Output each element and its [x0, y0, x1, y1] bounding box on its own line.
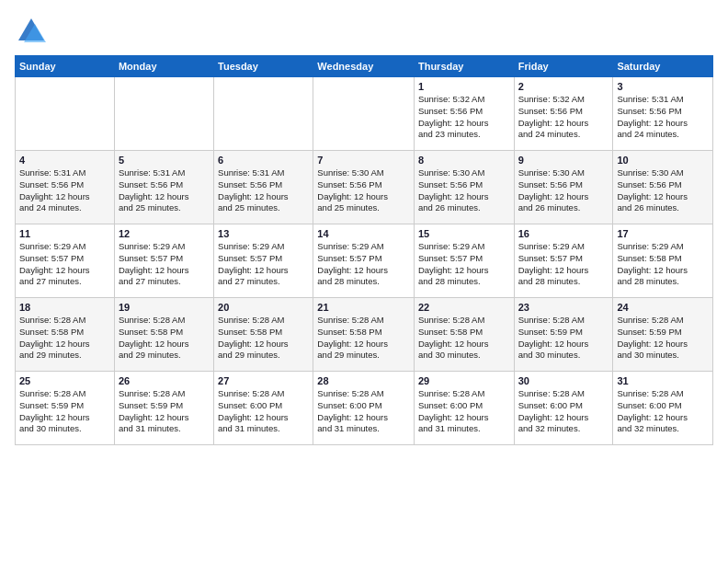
- calendar-day-15: 15Sunrise: 5:29 AM Sunset: 5:57 PM Dayli…: [414, 224, 514, 298]
- day-number: 27: [218, 375, 309, 386]
- calendar-day-4: 4Sunrise: 5:31 AM Sunset: 5:56 PM Daylig…: [16, 151, 115, 224]
- calendar-day-6: 6Sunrise: 5:31 AM Sunset: 5:56 PM Daylig…: [214, 151, 313, 224]
- calendar-day-29: 29Sunrise: 5:28 AM Sunset: 6:00 PM Dayli…: [414, 372, 514, 445]
- day-number: 22: [418, 302, 510, 313]
- day-number: 28: [317, 375, 410, 386]
- day-number: 10: [617, 155, 709, 166]
- day-header-thursday: Thursday: [414, 56, 514, 77]
- day-header-friday: Friday: [514, 56, 613, 77]
- day-number: 21: [317, 302, 410, 313]
- day-number: 15: [418, 228, 510, 239]
- calendar-day-17: 17Sunrise: 5:29 AM Sunset: 5:58 PM Dayli…: [613, 224, 713, 298]
- day-info: Sunrise: 5:30 AM Sunset: 5:56 PM Dayligh…: [418, 167, 510, 214]
- calendar-week-row: 25Sunrise: 5:28 AM Sunset: 5:59 PM Dayli…: [16, 372, 713, 445]
- day-number: 9: [518, 155, 609, 166]
- day-number: 25: [19, 375, 110, 386]
- day-info: Sunrise: 5:31 AM Sunset: 5:56 PM Dayligh…: [617, 94, 709, 141]
- day-info: Sunrise: 5:28 AM Sunset: 5:58 PM Dayligh…: [418, 315, 510, 362]
- calendar-day-20: 20Sunrise: 5:28 AM Sunset: 5:58 PM Dayli…: [214, 298, 313, 372]
- day-info: Sunrise: 5:31 AM Sunset: 5:56 PM Dayligh…: [218, 167, 309, 214]
- day-number: 18: [19, 302, 110, 313]
- day-info: Sunrise: 5:29 AM Sunset: 5:57 PM Dayligh…: [218, 241, 309, 288]
- logo: [15, 15, 51, 48]
- day-header-monday: Monday: [114, 56, 213, 77]
- day-info: Sunrise: 5:28 AM Sunset: 6:00 PM Dayligh…: [317, 388, 410, 435]
- calendar-week-row: 1Sunrise: 5:32 AM Sunset: 5:56 PM Daylig…: [16, 77, 713, 151]
- day-number: 7: [317, 155, 410, 166]
- day-info: Sunrise: 5:28 AM Sunset: 6:00 PM Dayligh…: [218, 388, 309, 435]
- day-number: 2: [518, 81, 609, 92]
- day-number: 5: [119, 155, 210, 166]
- day-info: Sunrise: 5:28 AM Sunset: 5:59 PM Dayligh…: [518, 315, 609, 362]
- calendar-day-23: 23Sunrise: 5:28 AM Sunset: 5:59 PM Dayli…: [514, 298, 613, 372]
- calendar-day-10: 10Sunrise: 5:30 AM Sunset: 5:56 PM Dayli…: [613, 151, 713, 224]
- calendar-day-27: 27Sunrise: 5:28 AM Sunset: 6:00 PM Dayli…: [214, 372, 313, 445]
- calendar-day-18: 18Sunrise: 5:28 AM Sunset: 5:58 PM Dayli…: [16, 298, 115, 372]
- day-number: 13: [218, 228, 309, 239]
- calendar-day-2: 2Sunrise: 5:32 AM Sunset: 5:56 PM Daylig…: [514, 77, 613, 151]
- day-number: 8: [418, 155, 510, 166]
- day-info: Sunrise: 5:30 AM Sunset: 5:56 PM Dayligh…: [317, 167, 410, 214]
- day-info: Sunrise: 5:30 AM Sunset: 5:56 PM Dayligh…: [617, 167, 709, 214]
- logo-icon: [15, 15, 48, 48]
- day-number: 17: [617, 228, 709, 239]
- day-number: 12: [119, 228, 210, 239]
- day-info: Sunrise: 5:32 AM Sunset: 5:56 PM Dayligh…: [418, 94, 510, 141]
- day-number: 26: [119, 375, 210, 386]
- day-info: Sunrise: 5:28 AM Sunset: 6:00 PM Dayligh…: [418, 388, 510, 435]
- calendar-day-13: 13Sunrise: 5:29 AM Sunset: 5:57 PM Dayli…: [214, 224, 313, 298]
- day-info: Sunrise: 5:31 AM Sunset: 5:56 PM Dayligh…: [19, 167, 110, 214]
- day-info: Sunrise: 5:28 AM Sunset: 6:00 PM Dayligh…: [518, 388, 609, 435]
- day-number: 6: [218, 155, 309, 166]
- day-header-sunday: Sunday: [16, 56, 115, 77]
- day-info: Sunrise: 5:32 AM Sunset: 5:56 PM Dayligh…: [518, 94, 609, 141]
- calendar-day-31: 31Sunrise: 5:28 AM Sunset: 6:00 PM Dayli…: [613, 372, 713, 445]
- calendar-day-3: 3Sunrise: 5:31 AM Sunset: 5:56 PM Daylig…: [613, 77, 713, 151]
- day-number: 24: [617, 302, 709, 313]
- calendar-day-1: 1Sunrise: 5:32 AM Sunset: 5:56 PM Daylig…: [414, 77, 514, 151]
- calendar-header-row: SundayMondayTuesdayWednesdayThursdayFrid…: [16, 56, 713, 77]
- day-header-saturday: Saturday: [613, 56, 713, 77]
- calendar-empty-cell: [214, 77, 313, 151]
- calendar-day-8: 8Sunrise: 5:30 AM Sunset: 5:56 PM Daylig…: [414, 151, 514, 224]
- day-header-tuesday: Tuesday: [214, 56, 313, 77]
- day-info: Sunrise: 5:30 AM Sunset: 5:56 PM Dayligh…: [518, 167, 609, 214]
- page-header: [15, 15, 713, 48]
- day-number: 16: [518, 228, 609, 239]
- calendar-day-12: 12Sunrise: 5:29 AM Sunset: 5:57 PM Dayli…: [114, 224, 213, 298]
- day-info: Sunrise: 5:28 AM Sunset: 6:00 PM Dayligh…: [617, 388, 709, 435]
- day-info: Sunrise: 5:29 AM Sunset: 5:57 PM Dayligh…: [518, 241, 609, 288]
- day-number: 29: [418, 375, 510, 386]
- day-number: 30: [518, 375, 609, 386]
- day-info: Sunrise: 5:28 AM Sunset: 5:58 PM Dayligh…: [218, 315, 309, 362]
- calendar-day-24: 24Sunrise: 5:28 AM Sunset: 5:59 PM Dayli…: [613, 298, 713, 372]
- day-number: 11: [19, 228, 110, 239]
- day-info: Sunrise: 5:28 AM Sunset: 5:59 PM Dayligh…: [119, 388, 210, 435]
- calendar-day-14: 14Sunrise: 5:29 AM Sunset: 5:57 PM Dayli…: [313, 224, 415, 298]
- day-info: Sunrise: 5:29 AM Sunset: 5:57 PM Dayligh…: [418, 241, 510, 288]
- day-info: Sunrise: 5:28 AM Sunset: 5:58 PM Dayligh…: [119, 315, 210, 362]
- day-info: Sunrise: 5:31 AM Sunset: 5:56 PM Dayligh…: [119, 167, 210, 214]
- calendar-day-9: 9Sunrise: 5:30 AM Sunset: 5:56 PM Daylig…: [514, 151, 613, 224]
- day-number: 1: [418, 81, 510, 92]
- calendar-day-21: 21Sunrise: 5:28 AM Sunset: 5:58 PM Dayli…: [313, 298, 415, 372]
- calendar-day-25: 25Sunrise: 5:28 AM Sunset: 5:59 PM Dayli…: [16, 372, 115, 445]
- day-number: 23: [518, 302, 609, 313]
- calendar-day-16: 16Sunrise: 5:29 AM Sunset: 5:57 PM Dayli…: [514, 224, 613, 298]
- calendar-day-19: 19Sunrise: 5:28 AM Sunset: 5:58 PM Dayli…: [114, 298, 213, 372]
- day-number: 19: [119, 302, 210, 313]
- calendar-day-11: 11Sunrise: 5:29 AM Sunset: 5:57 PM Dayli…: [16, 224, 115, 298]
- calendar-day-22: 22Sunrise: 5:28 AM Sunset: 5:58 PM Dayli…: [414, 298, 514, 372]
- calendar-day-7: 7Sunrise: 5:30 AM Sunset: 5:56 PM Daylig…: [313, 151, 415, 224]
- day-number: 20: [218, 302, 309, 313]
- calendar-week-row: 4Sunrise: 5:31 AM Sunset: 5:56 PM Daylig…: [16, 151, 713, 224]
- day-number: 31: [617, 375, 709, 386]
- day-number: 4: [19, 155, 110, 166]
- calendar-week-row: 18Sunrise: 5:28 AM Sunset: 5:58 PM Dayli…: [16, 298, 713, 372]
- calendar-day-26: 26Sunrise: 5:28 AM Sunset: 5:59 PM Dayli…: [114, 372, 213, 445]
- calendar-day-5: 5Sunrise: 5:31 AM Sunset: 5:56 PM Daylig…: [114, 151, 213, 224]
- day-info: Sunrise: 5:29 AM Sunset: 5:57 PM Dayligh…: [317, 241, 410, 288]
- day-info: Sunrise: 5:28 AM Sunset: 5:58 PM Dayligh…: [317, 315, 410, 362]
- calendar-empty-cell: [114, 77, 213, 151]
- day-info: Sunrise: 5:29 AM Sunset: 5:57 PM Dayligh…: [19, 241, 110, 288]
